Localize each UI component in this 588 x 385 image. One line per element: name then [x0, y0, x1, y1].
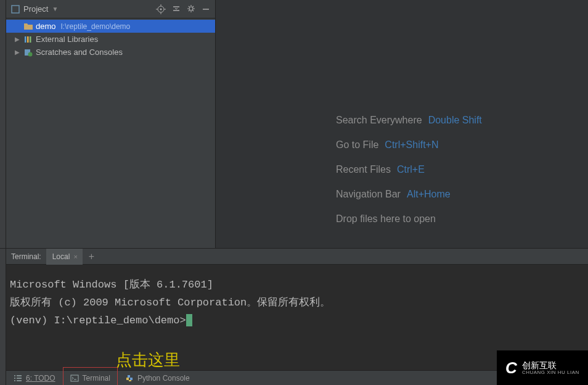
project-title[interactable]: Project ▼ [11, 4, 156, 14]
gear-icon[interactable] [187, 4, 195, 14]
svg-point-9 [189, 7, 193, 10]
annotation-text: 点击这里 [116, 351, 180, 369]
tree-node-label: demo [36, 22, 56, 31]
hint-label: Navigation Bar [336, 189, 401, 199]
folder-icon [23, 22, 33, 30]
hint-shortcut: Ctrl+E [397, 164, 425, 175]
tree-node-external-libs[interactable]: ▶ External Libraries [6, 33, 215, 46]
svg-line-15 [193, 10, 194, 11]
svg-line-17 [193, 6, 194, 7]
terminal-title: Terminal: [6, 252, 46, 261]
svg-line-16 [189, 10, 190, 11]
project-icon [11, 5, 20, 14]
svg-rect-21 [30, 36, 31, 43]
tree-node-label: Scratches and Consoles [36, 48, 123, 57]
bottom-item-label: Python Console [137, 374, 190, 383]
svg-point-23 [28, 52, 33, 56]
scratch-icon [23, 48, 33, 57]
hint-shortcut: Double Shift [428, 115, 482, 125]
tree-node-label: External Libraries [36, 35, 98, 44]
project-toolbar [156, 4, 210, 14]
chevron-right-icon[interactable]: ▶ [15, 36, 21, 43]
watermark-zh: 创新互联 [522, 361, 579, 370]
svg-rect-0 [12, 6, 19, 13]
project-tool-window: Project ▼ [6, 0, 216, 248]
svg-line-14 [189, 6, 190, 7]
hint-shortcut: Alt+Home [407, 189, 451, 199]
bottom-item-python-console[interactable]: Python Console [118, 371, 197, 386]
project-header: Project ▼ [6, 0, 215, 19]
tree-node-demo[interactable]: demo I:\reptile_demo\demo [6, 20, 215, 33]
bottom-item-label: Terminal [83, 374, 110, 383]
tree-node-path: I:\reptile_demo\demo [61, 22, 131, 31]
project-title-text: Project [23, 4, 48, 14]
hint-label: Search Everywhere [336, 115, 422, 125]
terminal-line: Microsoft Windows [版本 6.1.7601] [10, 276, 584, 294]
hint-label: Recent Files [336, 164, 391, 175]
minimize-icon[interactable] [202, 4, 210, 14]
left-gutter-terminal[interactable] [0, 249, 6, 370]
tree-node-scratches[interactable]: ▶ Scratches and Consoles [6, 46, 215, 59]
svg-rect-19 [25, 36, 27, 43]
library-icon [23, 35, 33, 44]
todo-icon [14, 375, 22, 382]
terminal-tab-local[interactable]: Local × [46, 249, 83, 265]
watermark: C 创新互联 CHUANG XIN HU LIAN [497, 350, 588, 385]
terminal-tab-label: Local [52, 252, 70, 261]
add-terminal-icon[interactable]: + [83, 251, 100, 262]
svg-rect-20 [27, 36, 29, 43]
terminal-header: Terminal: Local × + [6, 249, 588, 265]
watermark-logo-icon: C [505, 358, 517, 378]
watermark-py: CHUANG XIN HU LIAN [522, 370, 579, 375]
hint-label: Drop files here to open [336, 213, 436, 224]
terminal-icon [70, 375, 79, 382]
svg-point-2 [160, 8, 162, 10]
project-tree: demo I:\reptile_demo\demo ▶ External Lib… [6, 19, 215, 60]
bottom-item-todo[interactable]: 6: TODO [6, 371, 63, 386]
python-icon [125, 374, 134, 383]
editor-hints: Search EverywhereDouble Shift Go to File… [336, 108, 482, 231]
left-gutter-project[interactable] [0, 0, 6, 248]
close-icon[interactable]: × [73, 253, 77, 260]
bottom-item-label: 6: TODO [26, 374, 55, 383]
terminal-line: 版权所有 (c) 2009 Microsoft Corporation。保留所有… [10, 294, 584, 312]
terminal-cursor [186, 314, 192, 326]
chevron-down-icon[interactable]: ▼ [52, 6, 58, 12]
editor-empty-area[interactable]: Search EverywhereDouble Shift Go to File… [216, 0, 588, 248]
hint-label: Go to File [336, 139, 378, 150]
chevron-right-icon[interactable]: ▶ [15, 49, 21, 56]
svg-rect-30 [71, 375, 78, 381]
hint-shortcut: Ctrl+Shift+N [385, 139, 438, 150]
target-icon[interactable] [156, 4, 166, 14]
collapse-icon[interactable] [172, 4, 181, 14]
terminal-line: (venv) I:\reptile_demo\demo> [10, 312, 584, 329]
